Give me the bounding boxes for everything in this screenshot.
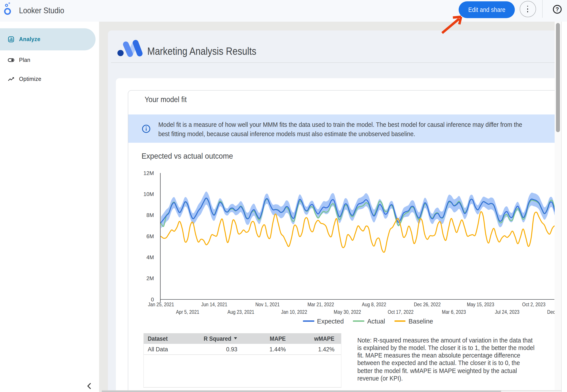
help-button[interactable]: ? xyxy=(553,5,562,14)
three-dot-menu-button[interactable] xyxy=(520,1,536,17)
note-line: between the expected and the actual. The… xyxy=(357,359,535,367)
note-text: Note: R-squared measures the amount of v… xyxy=(357,336,554,382)
legend-swatch xyxy=(353,321,364,322)
note-line: is explained by the model. The closer it… xyxy=(357,344,535,351)
report-viewport: Marketing Analysis Results Your model fi… xyxy=(99,21,554,392)
column-header-r-squared[interactable]: R Squared xyxy=(200,333,237,344)
chart-legend: ExpectedActualBaseline xyxy=(303,318,433,325)
x-tick-label: Mar 21, 2022 xyxy=(307,301,334,307)
table-header-row: DatasetR SquaredMAPEwMAPE xyxy=(144,333,341,344)
table-cell-value: 1.42% xyxy=(318,346,334,353)
vertical-scrollbar-thumb[interactable] xyxy=(556,23,560,132)
sidebar-item-label: Optimize xyxy=(19,68,41,90)
note-line: revenue (or KPI). xyxy=(357,374,535,382)
column-header-label: MAPE xyxy=(270,335,286,342)
horizontal-scrollbar-thumb[interactable] xyxy=(102,391,501,392)
legend-swatch xyxy=(303,321,314,322)
sidebar-item-plan[interactable]: Plan xyxy=(0,49,95,71)
info-banner-text: Model fit is a measure of how well your … xyxy=(158,120,554,138)
info-icon xyxy=(142,125,150,133)
note-line: better the model fit. wMAPE is MAPE weig… xyxy=(357,367,535,374)
column-header-label: R Squared xyxy=(204,335,231,342)
annotation-arrow xyxy=(438,13,465,38)
table-cell-value: 1.44% xyxy=(269,346,286,353)
info-banner-line: Model fit is a measure of how well your … xyxy=(158,120,522,129)
legend-item-expected: Expected xyxy=(303,318,344,325)
edit-and-share-label: Edit and share xyxy=(468,6,505,13)
title-divider xyxy=(111,62,554,63)
x-tick-label: Nov 1, 2021 xyxy=(255,301,280,307)
sidebar-item-label: Plan xyxy=(19,49,30,71)
y-tick-label: 2M xyxy=(146,275,154,281)
info-banner-line: best fitting model, because causal infer… xyxy=(158,129,522,138)
trending-up-icon xyxy=(7,76,14,83)
three-dot-menu-icon xyxy=(527,6,528,7)
model-fit-title: Your model fit xyxy=(145,96,187,104)
table-cell-value: 0.93 xyxy=(226,346,237,353)
x-tick-label: Jan 25, 2021 xyxy=(148,301,174,307)
chevron-left-icon xyxy=(86,382,92,389)
help-icon: ? xyxy=(553,5,562,14)
column-header-wmape[interactable]: wMAPE xyxy=(311,333,334,344)
x-tick-label: May 15, 2023 xyxy=(467,301,494,307)
sidebar-item-optimize[interactable]: Optimize xyxy=(0,68,95,90)
app-header: Looker Studio Edit and share ? xyxy=(0,0,567,21)
window-right-gutter xyxy=(561,21,567,392)
table-cell: All Data xyxy=(147,344,169,354)
sidebar-collapse-button[interactable] xyxy=(84,382,94,391)
table-cell-value: All Data xyxy=(147,346,168,353)
chart-title: Expected vs actual outcome xyxy=(141,152,233,160)
note-line: Note: R-squared measures the amount of v… xyxy=(357,336,535,344)
analytics-icon xyxy=(7,36,14,43)
y-tick-label: 4M xyxy=(146,254,154,260)
report-title: Marketing Analysis Results xyxy=(147,46,256,57)
table-cell: 1.42% xyxy=(317,344,334,354)
y-tick-label: 12M xyxy=(144,170,154,176)
legend-item-baseline: Baseline xyxy=(394,318,433,325)
column-header-mape[interactable]: MAPE xyxy=(268,333,286,344)
y-tick-label: 8M xyxy=(146,212,154,218)
table-cell: 1.44% xyxy=(268,344,286,354)
x-tick-label: Aug 8, 2022 xyxy=(362,301,386,307)
x-tick-label: May 30, 2022 xyxy=(334,309,361,315)
table-row: All Data0.931.44%1.42% xyxy=(144,344,341,355)
legend-item-actual: Actual xyxy=(353,318,385,325)
sidebar-item-label: Analyze xyxy=(19,28,41,50)
x-tick-label: Dec 11, 2023 xyxy=(547,309,554,315)
app-title: Looker Studio xyxy=(19,0,64,21)
sidebar: Analyze Plan Optimize xyxy=(0,21,99,392)
vertical-scrollbar[interactable] xyxy=(554,21,561,392)
x-tick-label: Jul 24, 2023 xyxy=(495,309,520,315)
model-fit-table: DatasetR SquaredMAPEwMAPEAll Data0.931.4… xyxy=(144,333,342,387)
sort-desc-caret xyxy=(234,337,237,339)
legend-swatch xyxy=(394,321,406,322)
header-divider xyxy=(542,0,542,18)
info-banner: Model fit is a measure of how well your … xyxy=(128,114,554,143)
x-tick-label: Aug 23, 2021 xyxy=(228,309,254,315)
legend-label: Expected xyxy=(317,318,344,325)
series-line-baseline xyxy=(161,212,554,252)
column-header-label: Dataset xyxy=(147,335,167,342)
column-header-label: wMAPE xyxy=(314,335,334,342)
y-tick-label: 6M xyxy=(146,233,154,239)
table-cell: 0.93 xyxy=(225,344,237,354)
x-tick-label: Oct 2, 2023 xyxy=(522,301,545,307)
x-tick-label: Apr 5, 2021 xyxy=(176,309,199,315)
note-line: fit. MAPE measures the mean absolute per… xyxy=(357,351,535,359)
x-tick-label: Dec 26, 2022 xyxy=(414,301,440,307)
marketing-platform-logo xyxy=(112,39,143,59)
sidebar-item-analyze[interactable]: Analyze xyxy=(0,28,95,50)
toggle-icon xyxy=(7,56,14,64)
column-header-dataset[interactable]: Dataset xyxy=(147,333,170,344)
edit-and-share-button[interactable]: Edit and share xyxy=(459,1,515,18)
x-tick-label: Jan 10, 2022 xyxy=(281,309,307,315)
legend-label: Actual xyxy=(367,318,385,325)
looker-studio-logo xyxy=(3,2,16,16)
x-tick-label: Mar 6, 2023 xyxy=(442,309,466,315)
model-fit-chart: 02M4M6M8M10M12MJan 25, 2021Jun 14, 2021N… xyxy=(133,166,554,318)
svg-text:?: ? xyxy=(555,6,559,12)
horizontal-scrollbar[interactable] xyxy=(102,390,561,392)
y-tick-label: 10M xyxy=(144,191,154,197)
x-tick-label: Oct 17, 2022 xyxy=(388,309,414,315)
legend-label: Baseline xyxy=(408,318,433,325)
